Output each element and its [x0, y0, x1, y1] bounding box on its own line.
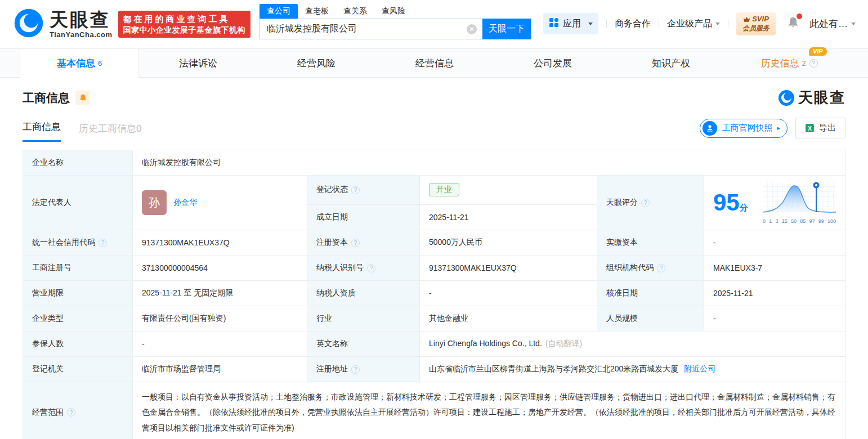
notification-bell-icon[interactable]	[787, 16, 799, 32]
tab-count: 6	[98, 59, 102, 68]
table-row: 营业期限 2025-11-21 至 无固定期限 纳税人资质 - 核准日期 202…	[23, 281, 846, 306]
paid-capital-label: 实缴资本	[597, 230, 704, 256]
nav-enterprise-products[interactable]: 企业级产品	[667, 18, 720, 30]
establish-date-label: 成立日期	[307, 204, 420, 230]
header-nav: 应用 商务合作 企业级产品 SVIP 会员服务 此处有…	[543, 12, 856, 35]
nav-biz-cooperation[interactable]: 商务合作	[615, 18, 651, 30]
nearby-companies-link[interactable]: 附近公司	[684, 364, 715, 373]
english-name-label: 英文名称	[307, 332, 420, 357]
reg-status-label: 登记状态	[307, 176, 420, 205]
username: 此处有…	[809, 17, 848, 30]
tab-label: 知识产权	[652, 57, 690, 70]
search-tab-company[interactable]: 查公司	[259, 4, 298, 19]
reg-capital-label: 注册资本	[307, 230, 420, 256]
tab-label: 基本信息	[57, 57, 95, 70]
help-icon[interactable]	[657, 264, 665, 272]
tianyancha-watermark-icon	[778, 89, 795, 106]
search-tab-risk[interactable]: 查风险	[374, 4, 413, 19]
brand-slogan-badge: 都在用的商业查询工具 国家中小企业发展子基金旗下机构	[118, 11, 251, 38]
table-row: 企业类型 有限责任公司(国有独资) 行业 其他金融业 人员规模 -	[23, 306, 846, 332]
slogan-line1: 都在用的商业查询工具	[123, 15, 246, 23]
legal-rep-label: 法定代表人	[23, 176, 133, 230]
establish-date-value: 2025-11-21	[420, 204, 597, 230]
tab-basic-info[interactable]: 基本信息 6	[20, 49, 139, 78]
credit-code-value: 91371300MAK1EUX37Q	[133, 230, 307, 256]
table-row: 参保人数 - 英文名称 Linyi Chengfa Holdings Co., …	[23, 332, 846, 357]
taxpayer-quality-value: -	[420, 281, 597, 306]
org-code-value: MAK1EUX3-7	[704, 256, 846, 281]
paid-capital-value: -	[704, 230, 846, 256]
tab-label: 经营风险	[297, 57, 335, 70]
clear-search-icon[interactable]: ✕	[467, 24, 477, 34]
apps-label: 应用	[563, 18, 581, 30]
tab-count: 2	[802, 59, 806, 68]
help-icon[interactable]	[351, 186, 360, 194]
score-value: 95	[713, 189, 740, 216]
search-button[interactable]: 天眼一下	[482, 19, 531, 39]
help-icon[interactable]	[367, 264, 375, 272]
org-code-label: 组织机构代码	[597, 256, 704, 281]
slogan-line2: 国家中小企业发展子基金旗下机构	[123, 26, 246, 34]
subtab-row: 工商信息 历史工商信息0 工商官网快照 ▸ X 导出	[23, 118, 845, 142]
subtab-business-info[interactable]: 工商信息	[23, 120, 61, 142]
subtab-history-business-info[interactable]: 历史工商信息0	[79, 122, 141, 142]
table-row: 企业名称 临沂城发控股有限公司	[23, 150, 846, 176]
chevron-down-icon	[715, 23, 720, 25]
brand-domain: TianYanCha.com	[50, 31, 113, 38]
tab-operating-info[interactable]: 经营信息	[375, 49, 494, 77]
help-icon[interactable]	[99, 239, 107, 247]
score-cell: 95分	[704, 176, 846, 230]
business-scope-label: 经营范围	[23, 382, 133, 439]
svip-membership-badge[interactable]: SVIP 会员服务	[736, 12, 776, 35]
company-name-value: 临沂城发控股有限公司	[133, 150, 846, 176]
official-snapshot-button[interactable]: 工商官网快照 ▸	[700, 119, 788, 138]
reg-status-value: 开业	[420, 176, 597, 205]
brand-name: 天眼查	[50, 10, 113, 29]
top-header: 天眼查 TianYanCha.com 都在用的商业查询工具 国家中小企业发展子基…	[0, 0, 868, 48]
business-scope-value: 一般项目：以自有资金从事投资活动；土地整治服务；市政设施管理；新材料技术研发；工…	[133, 382, 846, 439]
taxpayer-id-label: 纳税人识别号	[307, 256, 420, 281]
help-icon[interactable]	[809, 59, 818, 68]
table-row: 统一社会信用代码 91371300MAK1EUX37Q 注册资本 50000万人…	[23, 230, 846, 256]
staff-size-label: 人员规模	[597, 306, 704, 332]
insured-count-label: 参保人数	[23, 332, 133, 357]
help-icon[interactable]	[641, 199, 650, 207]
tab-intellectual-property[interactable]: 知识产权	[612, 49, 730, 77]
legal-rep-link[interactable]: 孙金华	[173, 198, 197, 208]
help-icon[interactable]	[351, 239, 360, 247]
staff-size-value: -	[704, 306, 846, 332]
reg-authority-value: 临沂市市场监督管理局	[133, 357, 307, 382]
search-tab-relation[interactable]: 查关系	[336, 4, 374, 19]
help-icon[interactable]	[67, 408, 75, 416]
table-row: 工商注册号 371300000004564 纳税人识别号 91371300MAK…	[23, 256, 846, 281]
reg-address-value: 山东省临沂市兰山区柳青街道上海路与孝河路交汇北200米路西城发大厦附近公司	[420, 357, 846, 382]
notification-dot	[797, 14, 802, 19]
search-input[interactable]	[259, 19, 482, 39]
bell-icon	[79, 93, 87, 102]
tab-operating-risk[interactable]: 经营风险	[257, 49, 375, 77]
apps-grid-icon	[549, 17, 559, 30]
monitor-bell-button[interactable]	[75, 91, 90, 105]
score-unit: 分	[740, 203, 748, 212]
tab-label: 公司发展	[534, 57, 572, 70]
help-icon[interactable]	[351, 365, 360, 374]
approval-date-label: 核准日期	[597, 281, 704, 306]
user-menu[interactable]: 此处有…	[809, 17, 856, 30]
export-button[interactable]: X 导出	[795, 118, 845, 138]
company-type-label: 企业类型	[23, 306, 133, 332]
tianyancha-logo[interactable]: 天眼查 TianYanCha.com	[14, 8, 113, 41]
legal-rep-cell: 孙 孙金华	[133, 176, 307, 230]
tab-history-info[interactable]: 历史信息 2 VIP	[730, 49, 848, 77]
tab-label: 历史信息	[760, 57, 799, 70]
search-tab-boss[interactable]: 查老板	[298, 4, 336, 19]
apps-menu-button[interactable]: 应用	[543, 13, 598, 34]
business-info-table: 企业名称 临沂城发控股有限公司 法定代表人 孙 孙金华 登记状态 开业 天眼评分	[23, 150, 846, 439]
company-tab-bar: 基本信息 6 法律诉讼 经营风险 经营信息 公司发展 知识产权 历史信息 2 V…	[0, 48, 868, 78]
tianyancha-logo-icon	[14, 8, 44, 41]
company-type-value: 有限责任公司(国有独资)	[133, 306, 307, 332]
vip-badge: VIP	[809, 47, 827, 56]
tab-company-development[interactable]: 公司发展	[494, 49, 612, 77]
tab-legal-proceedings[interactable]: 法律诉讼	[139, 49, 257, 77]
approval-date-value: 2025-11-21	[704, 281, 846, 306]
search-tabs: 查公司 查老板 查关系 查风险	[259, 4, 531, 19]
